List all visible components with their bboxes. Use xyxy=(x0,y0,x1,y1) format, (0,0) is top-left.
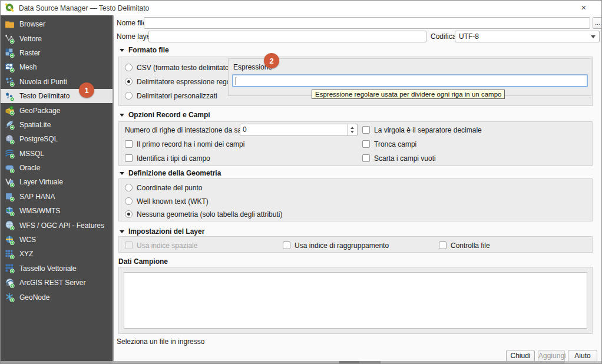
checkbox-label: Il primo record ha i nomi dei campi xyxy=(137,140,244,148)
checkbox-icon[interactable] xyxy=(283,241,290,249)
sidebar-item-label: Nuvola di Punti xyxy=(19,78,67,86)
xyz-tiles-icon xyxy=(5,249,15,259)
radio-label: Delimitatori personalizzati xyxy=(137,92,217,100)
codifica-select[interactable]: UTF-8 xyxy=(455,31,600,42)
sidebar-item-oracle[interactable]: Oracle xyxy=(1,161,113,175)
aggiungi-button[interactable]: Aggiungi xyxy=(538,350,565,362)
sap-hana-icon xyxy=(5,191,15,201)
sidebar-item-label: SpatiaLite xyxy=(19,121,51,129)
sidebar-item-label: WCS xyxy=(19,236,36,244)
sidebar-item-mssql[interactable]: MSSQL xyxy=(1,147,113,161)
sidebar-item-layer-virtuale[interactable]: Layer Virtuale xyxy=(1,175,113,189)
raster-layer-icon xyxy=(5,48,15,58)
spinner-arrows[interactable] xyxy=(347,124,357,135)
checkbox-label: Usa indice di raggruppamento xyxy=(295,241,389,250)
section-title: Definizione della Geometria xyxy=(128,169,221,177)
mssql-icon xyxy=(5,148,15,158)
checkbox-icon[interactable] xyxy=(362,126,370,134)
checkbox-icon[interactable] xyxy=(362,154,370,162)
nome-file-input[interactable] xyxy=(144,17,590,29)
radio-regex-row[interactable]: Delimitatore espressione regolare xyxy=(125,77,242,86)
source-type-sidebar: Browser Vettore Raster Mesh Nuvola di Pu… xyxy=(1,15,113,361)
sidebar-item-label: Testo Delimitato xyxy=(19,92,70,100)
checkbox-decimal-comma-row[interactable]: La virgola è il separatore decimale xyxy=(362,125,482,134)
radio-no-geometry-row[interactable]: Nessuna geometria (solo tabella degli at… xyxy=(125,210,282,219)
checkbox-label: La virgola è il separatore decimale xyxy=(374,126,482,134)
sidebar-item-label: Oracle xyxy=(19,164,40,172)
radio-button-icon[interactable] xyxy=(125,184,133,191)
title-bar: Data Source Manager — Testo Delimitato × xyxy=(1,1,602,15)
radio-button-icon[interactable] xyxy=(125,64,133,71)
sidebar-item-browser[interactable]: Browser xyxy=(1,17,113,31)
section-definizione-geometria[interactable]: Definizione della Geometria xyxy=(120,169,221,177)
radio-button-icon[interactable] xyxy=(125,78,133,85)
wcs-globe-icon xyxy=(5,235,15,245)
sidebar-item-xyz[interactable]: XYZ xyxy=(1,247,113,261)
radio-button-icon[interactable] xyxy=(125,197,133,205)
sidebar-item-spatialite[interactable]: SpatiaLite xyxy=(1,118,113,132)
collapse-arrow-icon xyxy=(120,49,124,52)
sidebar-item-label: Tassello Vettoriale xyxy=(19,264,77,273)
skip-lines-label: Numero di righe di intestazione da salta… xyxy=(125,125,255,135)
mesh-layer-icon xyxy=(5,62,15,72)
browse-file-button[interactable]: ... xyxy=(593,17,602,29)
radio-label: Coordinate del punto xyxy=(137,184,202,192)
section-impostazioni-layer[interactable]: Impostazioni del Layer xyxy=(120,227,204,236)
sidebar-item-geopackage[interactable]: GeoPackage xyxy=(1,103,113,117)
sidebar-item-mesh[interactable]: Mesh xyxy=(1,60,113,74)
radio-csv-row[interactable]: CSV (formato testo delimitato) xyxy=(125,63,231,72)
sidebar-item-vettore[interactable]: Vettore xyxy=(1,31,113,45)
radio-custom-row[interactable]: Delimitatori personalizzati xyxy=(125,91,217,100)
skip-lines-spinner[interactable]: 0 xyxy=(240,124,358,136)
sidebar-item-arcgis-rest-server[interactable]: ArcGIS REST Server xyxy=(1,276,113,290)
sidebar-item-wcs[interactable]: WCS xyxy=(1,233,113,247)
spinner-value: 0 xyxy=(240,124,347,135)
radio-button-icon[interactable] xyxy=(125,92,133,100)
wfs-globe-icon xyxy=(5,220,15,230)
checkbox-subset-index-row[interactable]: Usa indice di raggruppamento xyxy=(283,241,389,250)
checkbox-icon[interactable] xyxy=(125,154,133,162)
sidebar-item-wms-wmts[interactable]: WMS/WMTS xyxy=(1,204,113,218)
close-window-button[interactable]: × xyxy=(573,1,594,15)
section-opzioni-record[interactable]: Opzioni Record e Campi xyxy=(120,111,210,119)
checkbox-icon[interactable] xyxy=(125,140,133,148)
aiuto-button[interactable]: Aiuto xyxy=(568,350,597,362)
nome-layer-input[interactable] xyxy=(148,31,426,42)
sidebar-item-sap-hana[interactable]: SAP HANA xyxy=(1,190,113,204)
nome-file-label: Nome file xyxy=(117,18,147,28)
section-title: Opzioni Record e Campi xyxy=(128,111,210,119)
spin-up-icon[interactable] xyxy=(350,127,354,129)
sidebar-item-raster[interactable]: Raster xyxy=(1,46,113,60)
sidebar-item-label: Browser xyxy=(19,20,45,28)
spin-down-icon[interactable] xyxy=(350,131,354,133)
sidebar-item-wfs-ogc-api-features[interactable]: WFS / OGC API - Features xyxy=(1,218,113,232)
radio-button-icon[interactable] xyxy=(125,210,133,218)
checkbox-detect-types-row[interactable]: Identifica i tipi di campo xyxy=(125,154,210,163)
sidebar-item-geonode[interactable]: GeoNode xyxy=(1,290,113,304)
geonode-icon xyxy=(5,292,15,302)
checkbox-watch-file-row[interactable]: Controlla file xyxy=(439,241,490,250)
checkbox-discard-empty-row[interactable]: Scarta i campi vuoti xyxy=(362,154,436,163)
spatialite-icon xyxy=(5,120,15,130)
section-formato-file[interactable]: Formato file xyxy=(120,46,169,54)
chiudi-button[interactable]: Chiudi xyxy=(506,350,535,362)
checkbox-icon[interactable] xyxy=(362,140,370,148)
geopackage-icon xyxy=(5,105,15,115)
vector-layer-icon xyxy=(5,34,15,44)
delimited-text-icon xyxy=(5,91,15,101)
sample-data-area[interactable] xyxy=(124,272,587,329)
radio-wkt-row[interactable]: Well known text (WKT) xyxy=(125,197,209,206)
checkbox-icon[interactable] xyxy=(439,241,446,249)
checkbox-trim-row[interactable]: Tronca campi xyxy=(362,140,416,148)
sidebar-item-label: GeoNode xyxy=(19,293,49,302)
radio-point-row[interactable]: Coordinate del punto xyxy=(125,183,202,192)
sidebar-item-postgresql[interactable]: PostgreSQL xyxy=(1,132,113,146)
radio-label: Well known text (WKT) xyxy=(137,197,209,206)
oracle-icon xyxy=(5,163,15,173)
sidebar-item-testo-delimitato[interactable]: Testo Delimitato xyxy=(1,89,113,103)
espressione-input[interactable] xyxy=(232,74,588,87)
sidebar-item-nuvola-di-punti[interactable]: Nuvola di Punti xyxy=(1,75,113,89)
checkbox-first-record-row[interactable]: Il primo record ha i nomi dei campi xyxy=(125,140,244,148)
codifica-label: Codifica xyxy=(431,32,456,41)
sidebar-item-tassello-vettoriale[interactable]: Tassello Vettoriale xyxy=(1,262,113,276)
